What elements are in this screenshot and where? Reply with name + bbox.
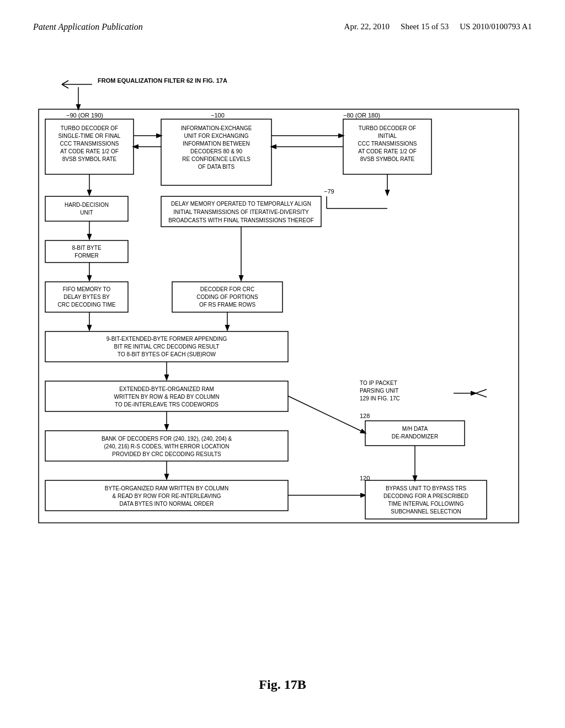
svg-text:AT CODE RATE 1/2 OF: AT CODE RATE 1/2 OF: [358, 148, 417, 154]
svg-text:PARSING UNIT: PARSING UNIT: [360, 388, 398, 394]
svg-text:FORMER: FORMER: [74, 253, 98, 259]
svg-text:DECODERS 80 & 90: DECODERS 80 & 90: [190, 148, 242, 154]
svg-text:DATA BYTES INTO NORMAL ORDER: DATA BYTES INTO NORMAL ORDER: [120, 501, 214, 507]
svg-text:INITIAL TRANSMISSIONS OF ITERA: INITIAL TRANSMISSIONS OF ITERATIVE-DIVER…: [173, 209, 309, 215]
page: Patent Application Publication Apr. 22, …: [0, 0, 565, 728]
sheet-info: Sheet 15 of 53: [401, 22, 449, 31]
svg-text:SUBCHANNEL SELECTION: SUBCHANNEL SELECTION: [391, 508, 461, 515]
svg-text:8-BIT BYTE: 8-BIT BYTE: [72, 245, 101, 251]
svg-text:UNIT FOR EXCHANGING: UNIT FOR EXCHANGING: [184, 133, 248, 139]
svg-text:BANK OF DECODERS FOR (240, 192: BANK OF DECODERS FOR (240, 192), (240, 2…: [102, 436, 232, 442]
diagram-svg: FROM EQUALIZATION FILTER 62 IN FIG. 17A …: [34, 54, 531, 661]
diagram-area: FROM EQUALIZATION FILTER 62 IN FIG. 17A …: [0, 43, 565, 725]
svg-text:OF DATA BITS: OF DATA BITS: [198, 164, 235, 170]
svg-text:RE CONFIDENCE LEVELS: RE CONFIDENCE LEVELS: [182, 156, 250, 162]
svg-text:−90 (OR 190): −90 (OR 190): [66, 112, 103, 119]
svg-text:−80 (OR 180): −80 (OR 180): [343, 112, 380, 119]
svg-rect-42: [45, 240, 128, 263]
svg-text:INFORMATION-EXCHANGE: INFORMATION-EXCHANGE: [181, 125, 252, 131]
svg-text:BYPASS UNIT TO BYPASS TRS: BYPASS UNIT TO BYPASS TRS: [386, 485, 466, 491]
svg-text:INFORMATION BETWEEN: INFORMATION BETWEEN: [183, 141, 249, 147]
svg-rect-32: [45, 196, 128, 221]
svg-text:FIFO MEMORY TO: FIFO MEMORY TO: [63, 286, 111, 292]
svg-text:TURBO DECODER OF: TURBO DECODER OF: [359, 125, 416, 131]
svg-text:128: 128: [360, 413, 370, 419]
svg-text:OF RS FRAME ROWS: OF RS FRAME ROWS: [199, 302, 256, 308]
svg-text:TIME INTERVAL FOLLOWING: TIME INTERVAL FOLLOWING: [388, 501, 463, 507]
figure-label: Fig. 17B: [33, 677, 532, 692]
svg-text:−100: −100: [211, 112, 225, 119]
pub-date: Apr. 22, 2010: [344, 22, 390, 31]
svg-text:TO 8-BIT BYTES OF EACH (SUB)RO: TO 8-BIT BYTES OF EACH (SUB)ROW: [118, 351, 216, 357]
svg-text:FROM EQUALIZATION FILTER 62 IN: FROM EQUALIZATION FILTER 62 IN FIG. 17A: [98, 77, 227, 84]
svg-text:9-BIT-EXTENDED-BYTE FORMER APP: 9-BIT-EXTENDED-BYTE FORMER APPENDING: [106, 336, 227, 342]
svg-text:DELAY MEMORY OPERATED TO TEMPO: DELAY MEMORY OPERATED TO TEMPORALLY ALIG…: [171, 201, 311, 207]
page-header: Patent Application Publication Apr. 22, …: [0, 0, 565, 43]
svg-text:M/H DATA: M/H DATA: [402, 426, 428, 432]
svg-text:8VSB SYMBOL RATE: 8VSB SYMBOL RATE: [360, 156, 415, 162]
svg-text:UNIT: UNIT: [80, 210, 93, 216]
svg-text:EXTENDED-BYTE-ORGANIZED RAM: EXTENDED-BYTE-ORGANIZED RAM: [119, 386, 214, 392]
svg-text:& READ BY ROW FOR RE-INTERLEAV: & READ BY ROW FOR RE-INTERLEAVING: [113, 493, 221, 499]
svg-text:−79: −79: [324, 188, 334, 195]
publication-label: Patent Application Publication: [33, 22, 143, 32]
svg-text:TO DE-INTERLEAVE TRS CODEWORDS: TO DE-INTERLEAVE TRS CODEWORDS: [115, 402, 218, 408]
svg-text:BYTE-ORGANIZED RAM WRITTEN BY : BYTE-ORGANIZED RAM WRITTEN BY COLUMN: [105, 485, 228, 491]
svg-line-78: [288, 396, 365, 433]
svg-text:SINGLE-TIME OR FINAL: SINGLE-TIME OR FINAL: [58, 133, 121, 139]
header-right: Apr. 22, 2010 Sheet 15 of 53 US 2010/010…: [344, 22, 532, 31]
header-meta: Apr. 22, 2010 Sheet 15 of 53 US 2010/010…: [344, 22, 532, 31]
svg-text:DECODING FOR A PRESCRIBED: DECODING FOR A PRESCRIBED: [383, 493, 468, 499]
svg-text:DECODER FOR CRC: DECODER FOR CRC: [200, 286, 254, 292]
svg-text:INITIAL: INITIAL: [378, 133, 397, 139]
svg-text:TO IP PACKET: TO IP PACKET: [360, 380, 397, 386]
svg-text:BROADCASTS WITH FINAL TRANSMIS: BROADCASTS WITH FINAL TRANSMISSIONS THER…: [168, 217, 314, 223]
svg-text:CCC TRANSMISSIONS: CCC TRANSMISSIONS: [358, 141, 417, 147]
svg-text:CCC TRANSMISSIONS: CCC TRANSMISSIONS: [60, 141, 119, 147]
svg-text:8VSB SYMBOL RATE: 8VSB SYMBOL RATE: [62, 156, 117, 162]
svg-text:129 IN FIG. 17C: 129 IN FIG. 17C: [360, 395, 400, 402]
svg-text:PROVIDED BY CRC DECODING RESUL: PROVIDED BY CRC DECODING RESULTS: [112, 451, 221, 457]
svg-text:DELAY BYTES BY: DELAY BYTES BY: [63, 294, 110, 300]
svg-text:AT CODE RATE 1/2 OF: AT CODE RATE 1/2 OF: [60, 148, 119, 154]
svg-text:WRITTEN BY ROW & READ BY COLUM: WRITTEN BY ROW & READ BY COLUMN: [114, 394, 220, 400]
svg-text:CRC DECODING TIME: CRC DECODING TIME: [58, 302, 116, 308]
svg-text:HARD-DECISION: HARD-DECISION: [65, 202, 109, 208]
svg-text:BIT RE INITIAL CRC DECODING RE: BIT RE INITIAL CRC DECODING RESULT: [114, 344, 220, 350]
patent-number: US 2010/0100793 A1: [460, 22, 532, 31]
svg-text:CODING OF PORTIONS: CODING OF PORTIONS: [196, 294, 258, 300]
svg-text:(240, 216) R-S CODES, WITH ERR: (240, 216) R-S CODES, WITH ERROR LOCATIO…: [104, 443, 229, 449]
svg-text:DE-RANDOMIZER: DE-RANDOMIZER: [392, 433, 438, 440]
svg-text:TURBO DECODER OF: TURBO DECODER OF: [61, 125, 118, 131]
